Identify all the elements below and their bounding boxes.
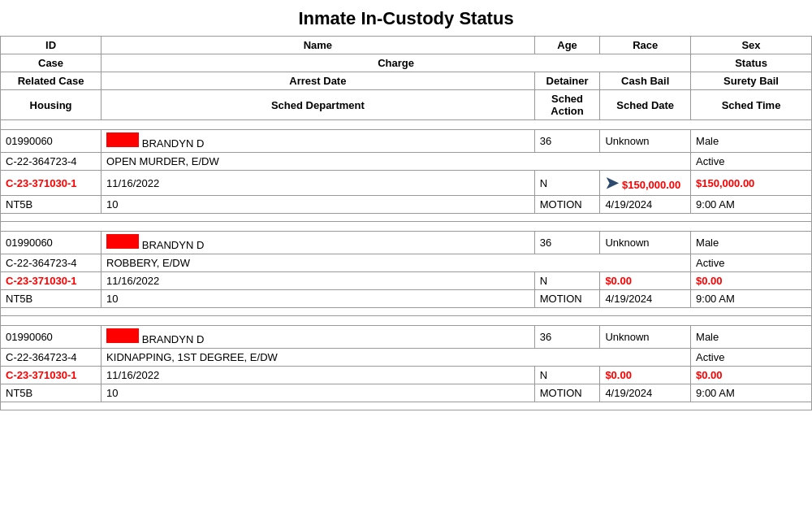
header-row-1: ID Name Age Race Sex: [1, 37, 812, 54]
cell-case-num: C-22-364723-4: [1, 254, 102, 272]
cell-cash-bail-container: $0.00: [600, 272, 691, 290]
cell-cash-bail-container: ➤ $150,000.00: [600, 171, 691, 196]
cell-related-case: C-23-371030-1: [1, 272, 102, 290]
cell-detainer: N: [534, 367, 600, 384]
header-row-2: Case Charge Status: [1, 54, 812, 72]
cell-sched-time: 9:00 AM: [691, 384, 812, 402]
header-sched-action: Sched Action: [534, 90, 600, 120]
header-status: Status: [691, 54, 812, 72]
cell-housing: NT5B: [1, 290, 102, 308]
cell-id: 01990060: [1, 130, 102, 153]
record-case-row: C-22-364723-4 KIDNAPPING, 1ST DEGREE, E/…: [1, 349, 812, 367]
cell-sex: Male: [691, 130, 812, 153]
header-sched-time: Sched Time: [691, 90, 812, 120]
header-sched-dept: Sched Department: [102, 90, 535, 120]
cell-race: Unknown: [600, 232, 691, 254]
cell-sched-dept: 10: [102, 196, 535, 214]
header-name: Name: [102, 37, 535, 54]
cell-status: Active: [691, 254, 812, 272]
cell-sex: Male: [691, 326, 812, 349]
cell-sched-action: MOTION: [534, 290, 600, 308]
record-housing-row: NT5B 10 MOTION 4/19/2024 9:00 AM: [1, 290, 812, 308]
record-related-row: C-23-371030-1 11/16/2022 N $0.00 $0.00: [1, 367, 812, 384]
cell-surety-bail: $0.00: [691, 272, 812, 290]
spacer-row: [1, 120, 812, 130]
cell-arrest-date: 11/16/2022: [102, 367, 535, 384]
cell-sched-dept: 10: [102, 384, 535, 402]
record-housing-row: NT5B 10 MOTION 4/19/2024 9:00 AM: [1, 384, 812, 402]
record-id-row: 01990060 BRANDYN D 36 Unknown Male: [1, 130, 812, 153]
cell-id: 01990060: [1, 232, 102, 254]
cell-cash-bail-container: $0.00: [600, 367, 691, 384]
cell-status: Active: [691, 349, 812, 367]
cell-related-case: C-23-371030-1: [1, 171, 102, 196]
record-id-row: 01990060 BRANDYN D 36 Unknown Male: [1, 232, 812, 254]
record-id-row: 01990060 BRANDYN D 36 Unknown Male: [1, 326, 812, 349]
cell-name: BRANDYN D: [102, 130, 535, 153]
record-related-row: C-23-371030-1 11/16/2022 N $0.00 $0.00: [1, 272, 812, 290]
spacer-row: [1, 316, 812, 326]
cell-sched-action: MOTION: [534, 384, 600, 402]
record-case-row: C-22-364723-4 ROBBERY, E/DW Active: [1, 254, 812, 272]
header-sex: Sex: [691, 37, 812, 54]
empty-row: [1, 308, 812, 316]
empty-row: [1, 402, 812, 410]
cell-sched-date: 4/19/2024: [600, 196, 691, 214]
name-redacted-icon: [106, 234, 139, 249]
cell-arrest-date: 11/16/2022: [102, 272, 535, 290]
cell-housing: NT5B: [1, 384, 102, 402]
cell-charge: ROBBERY, E/DW: [102, 254, 691, 272]
header-detainer: Detainer: [534, 72, 600, 90]
arrow-icon: ➤: [605, 174, 619, 192]
cell-surety-bail: $150,000.00: [691, 171, 812, 196]
cell-cash-bail: $150,000.00: [622, 179, 680, 191]
cell-sched-action: MOTION: [534, 196, 600, 214]
cell-detainer: N: [534, 272, 600, 290]
cell-sched-dept: 10: [102, 290, 535, 308]
name-redacted-icon: [106, 328, 139, 343]
header-related-case: Related Case: [1, 72, 102, 90]
cell-case-num: C-22-364723-4: [1, 153, 102, 171]
cell-cash-bail: $0.00: [605, 369, 632, 381]
spacer-row: [1, 222, 812, 232]
name-redacted-icon: [106, 132, 139, 147]
cell-id: 01990060: [1, 326, 102, 349]
cell-status: Active: [691, 153, 812, 171]
header-row-4: Housing Sched Department Sched Action Sc…: [1, 90, 812, 120]
cell-age: 36: [534, 326, 600, 349]
cell-race: Unknown: [600, 130, 691, 153]
header-charge: Charge: [102, 54, 691, 72]
cell-case-num: C-22-364723-4: [1, 349, 102, 367]
header-housing: Housing: [1, 90, 102, 120]
cell-detainer: N: [534, 171, 600, 196]
header-race: Race: [600, 37, 691, 54]
cell-age: 36: [534, 232, 600, 254]
header-sched-date: Sched Date: [600, 90, 691, 120]
cell-race: Unknown: [600, 326, 691, 349]
cell-sex: Male: [691, 232, 812, 254]
header-surety-bail: Surety Bail: [691, 72, 812, 90]
header-row-3: Related Case Arrest Date Detainer Cash B…: [1, 72, 812, 90]
cell-name: BRANDYN D: [102, 326, 535, 349]
cell-sched-date: 4/19/2024: [600, 384, 691, 402]
cell-charge: OPEN MURDER, E/DW: [102, 153, 691, 171]
page-title: Inmate In-Custody Status: [0, 0, 812, 36]
cell-sched-date: 4/19/2024: [600, 290, 691, 308]
cell-name: BRANDYN D: [102, 232, 535, 254]
cell-related-case: C-23-371030-1: [1, 367, 102, 384]
record-related-row: C-23-371030-1 11/16/2022 N ➤ $150,000.00…: [1, 171, 812, 196]
header-arrest-date: Arrest Date: [102, 72, 535, 90]
header-age: Age: [534, 37, 600, 54]
header-cash-bail: Cash Bail: [600, 72, 691, 90]
cell-arrest-date: 11/16/2022: [102, 171, 535, 196]
cell-sched-time: 9:00 AM: [691, 196, 812, 214]
header-id: ID: [1, 37, 102, 54]
empty-row: [1, 214, 812, 222]
main-table: ID Name Age Race Sex Case Charge Status …: [0, 36, 812, 410]
cell-sched-time: 9:00 AM: [691, 290, 812, 308]
cell-charge: KIDNAPPING, 1ST DEGREE, E/DW: [102, 349, 691, 367]
cell-surety-bail: $0.00: [691, 367, 812, 384]
cell-age: 36: [534, 130, 600, 153]
record-case-row: C-22-364723-4 OPEN MURDER, E/DW Active: [1, 153, 812, 171]
cell-cash-bail: $0.00: [605, 275, 632, 287]
